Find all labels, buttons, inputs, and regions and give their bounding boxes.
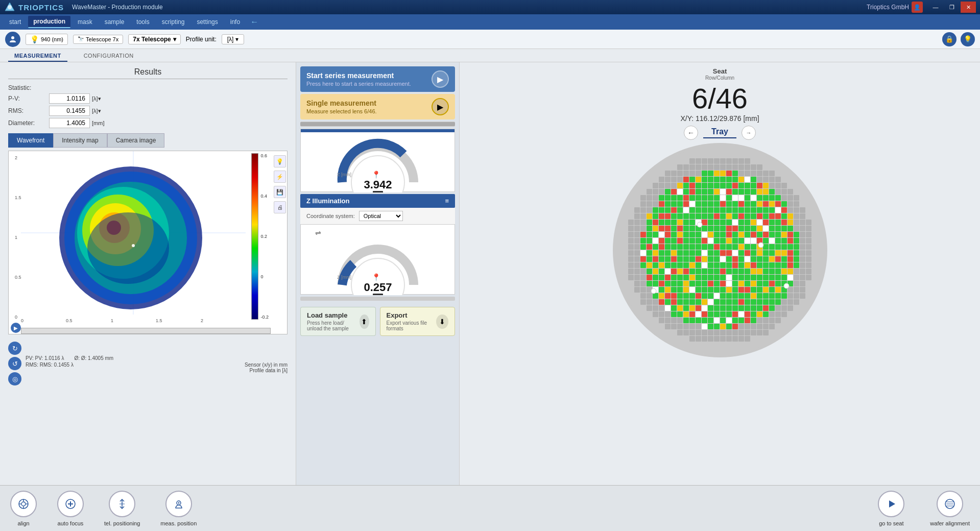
- svg-rect-353: [726, 238, 732, 244]
- svg-rect-555: [683, 281, 689, 286]
- rotate-cw-icon[interactable]: ↻: [8, 342, 21, 355]
- tray-prev-button[interactable]: ←: [684, 126, 698, 140]
- back-button[interactable]: ←: [247, 17, 261, 27]
- menu-start[interactable]: start: [4, 16, 26, 28]
- sliders-icon[interactable]: ⇌: [315, 229, 321, 237]
- svg-rect-291: [714, 226, 720, 231]
- svg-rect-125: [708, 189, 713, 195]
- svg-rect-702: [659, 318, 664, 323]
- svg-rect-746: [714, 330, 720, 335]
- svg-rect-45: [702, 164, 707, 170]
- rotate-ccw-icon[interactable]: ↺: [8, 357, 21, 370]
- menu-info[interactable]: info: [225, 16, 245, 28]
- svg-rect-391: [775, 244, 781, 250]
- svg-rect-521: [653, 275, 658, 280]
- telescope-dropdown[interactable]: 7x Telescope ▾: [128, 34, 180, 44]
- measure-icon[interactable]: ◎: [8, 372, 21, 385]
- brightness-icon[interactable]: 💡: [274, 155, 286, 167]
- lightning-icon[interactable]: ⚡: [274, 171, 286, 183]
- tab-camera-image[interactable]: Camera image: [107, 133, 165, 148]
- telescope-prefix[interactable]: 🔭 Telescope 7x: [73, 35, 123, 44]
- goto-seat-button[interactable]: go to seat: [878, 491, 904, 526]
- user-icon[interactable]: 👤: [912, 2, 923, 13]
- svg-rect-582: [677, 287, 683, 293]
- svg-rect-530: [708, 275, 713, 280]
- menu-scripting[interactable]: scripting: [157, 16, 190, 28]
- lamp2-icon[interactable]: 💡: [961, 32, 975, 46]
- svg-rect-729: [708, 324, 713, 329]
- svg-rect-647: [745, 299, 750, 305]
- menu-tools[interactable]: tools: [131, 16, 154, 28]
- svg-rect-751: [745, 330, 750, 335]
- mid-scrollbar[interactable]: [300, 122, 455, 127]
- tel-positioning-button[interactable]: tel. positioning: [104, 491, 140, 526]
- svg-rect-604: [647, 293, 652, 299]
- wafer-alignment-button[interactable]: wafer alignment: [930, 491, 970, 526]
- svg-rect-338: [634, 238, 640, 244]
- profile-label: Profile data in [λ]: [245, 368, 288, 373]
- single-measurement-card[interactable]: Single measurement Measure selected lens…: [300, 94, 455, 119]
- export-card[interactable]: Export Export various file formats ⬇: [380, 307, 456, 336]
- svg-rect-277: [628, 226, 634, 231]
- load-icon[interactable]: ⬆: [360, 315, 369, 329]
- svg-rect-216: [787, 207, 793, 213]
- svg-rect-120: [677, 189, 683, 195]
- telescope-label: 7x Telescope: [133, 36, 171, 43]
- load-sample-card[interactable]: Load sample Press here load/ unload the …: [300, 307, 376, 336]
- svg-rect-375: [677, 244, 683, 250]
- tab-measurement[interactable]: MEASUREMENT: [8, 51, 67, 62]
- wavelength-selector[interactable]: 💡 940 (nm): [26, 34, 68, 45]
- series-title: Start series measurement: [306, 71, 411, 80]
- svg-rect-231: [708, 213, 713, 219]
- svg-rect-137: [781, 189, 787, 195]
- tel-pos-label: tel. positioning: [104, 520, 140, 526]
- svg-rect-653: [781, 299, 787, 305]
- tray-next-button[interactable]: →: [742, 126, 756, 140]
- tab-intensity-map[interactable]: Intensity map: [53, 133, 107, 148]
- bottom-bar: align auto focus tel. positioning: [0, 485, 980, 531]
- series-measurement-card[interactable]: Start series measurement Press here to s…: [300, 66, 455, 92]
- single-play-button[interactable]: ▶: [432, 98, 449, 115]
- autofocus-button[interactable]: auto focus: [57, 491, 84, 526]
- export-icon[interactable]: ⬇: [436, 315, 448, 329]
- svg-rect-266: [745, 220, 750, 225]
- play-bottom-icon[interactable]: ▶: [11, 323, 21, 333]
- svg-rect-372: [659, 244, 664, 250]
- svg-rect-456: [806, 256, 811, 262]
- svg-rect-309: [640, 232, 646, 237]
- close-button[interactable]: ✕: [961, 2, 976, 13]
- illumination-menu-icon[interactable]: ≡: [445, 197, 449, 205]
- save-icon[interactable]: 💾: [274, 186, 286, 198]
- meas-position-button[interactable]: meas. position: [160, 491, 197, 526]
- restore-button[interactable]: ❐: [944, 2, 960, 13]
- svg-rect-492: [659, 269, 664, 274]
- svg-rect-611: [689, 293, 695, 299]
- svg-rect-657: [653, 305, 658, 311]
- svg-rect-323: [726, 232, 732, 237]
- svg-rect-201: [696, 207, 701, 213]
- tab-wavefront[interactable]: Wavefront: [8, 133, 53, 148]
- svg-rect-682: [665, 311, 671, 317]
- menu-production[interactable]: production: [28, 16, 70, 28]
- svg-rect-749: [732, 330, 738, 335]
- svg-rect-416: [745, 250, 750, 256]
- menu-sample[interactable]: sample: [100, 16, 130, 28]
- horizontal-scrollbar[interactable]: [21, 328, 271, 334]
- svg-rect-52: [745, 164, 750, 170]
- profile-unit-selector[interactable]: [λ] ▾: [222, 34, 244, 44]
- align-button[interactable]: align: [10, 491, 37, 526]
- coord-system-select[interactable]: Optical Mechanical: [359, 211, 403, 221]
- home-icon[interactable]: [5, 32, 20, 47]
- print-icon[interactable]: 🖨: [274, 201, 286, 213]
- pv-unit[interactable]: [λ]▾: [92, 95, 101, 102]
- menu-settings[interactable]: settings: [192, 16, 223, 28]
- menu-mask[interactable]: mask: [73, 16, 98, 28]
- series-play-button[interactable]: ▶: [432, 70, 449, 88]
- lock-icon[interactable]: 🔒: [942, 32, 957, 46]
- rms-row: RMS: 0.1455 [λ]▾: [8, 106, 288, 116]
- tab-configuration[interactable]: CONFIGURATION: [78, 51, 140, 62]
- rms-unit[interactable]: [λ]▾: [92, 108, 101, 114]
- svg-rect-688: [702, 311, 707, 317]
- minimize-button[interactable]: —: [928, 2, 943, 13]
- mid-bottom-scrollbar[interactable]: [300, 297, 455, 301]
